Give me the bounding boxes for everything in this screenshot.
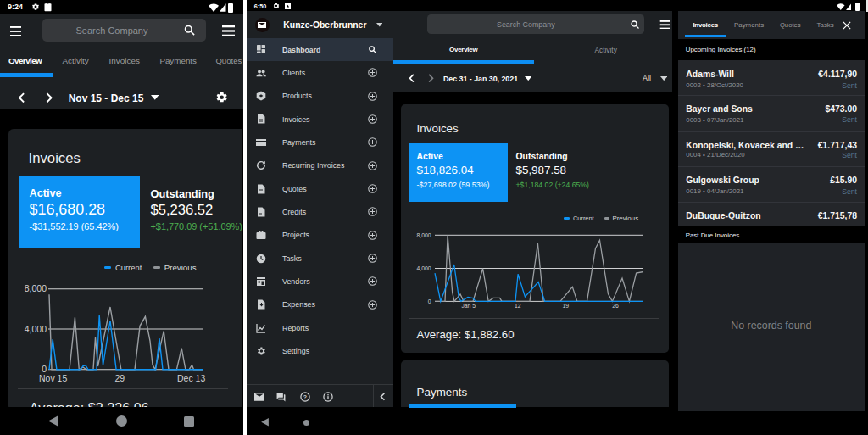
svg-text:29: 29 <box>115 373 125 383</box>
svg-text:12: 12 <box>515 303 521 309</box>
svg-text:Dec 13: Dec 13 <box>177 373 205 383</box>
svg-text:8,000: 8,000 <box>25 283 47 293</box>
svg-text:Jan 5: Jan 5 <box>461 303 476 309</box>
svg-text:19: 19 <box>563 303 570 309</box>
svg-text:26: 26 <box>612 303 619 309</box>
svg-text:4,000: 4,000 <box>416 265 431 271</box>
svg-text:0: 0 <box>428 298 431 304</box>
svg-text:Nov 15: Nov 15 <box>39 373 67 383</box>
svg-text:4,000: 4,000 <box>25 324 47 334</box>
svg-text:8,000: 8,000 <box>416 232 431 238</box>
svg-text:?: ? <box>303 393 307 399</box>
